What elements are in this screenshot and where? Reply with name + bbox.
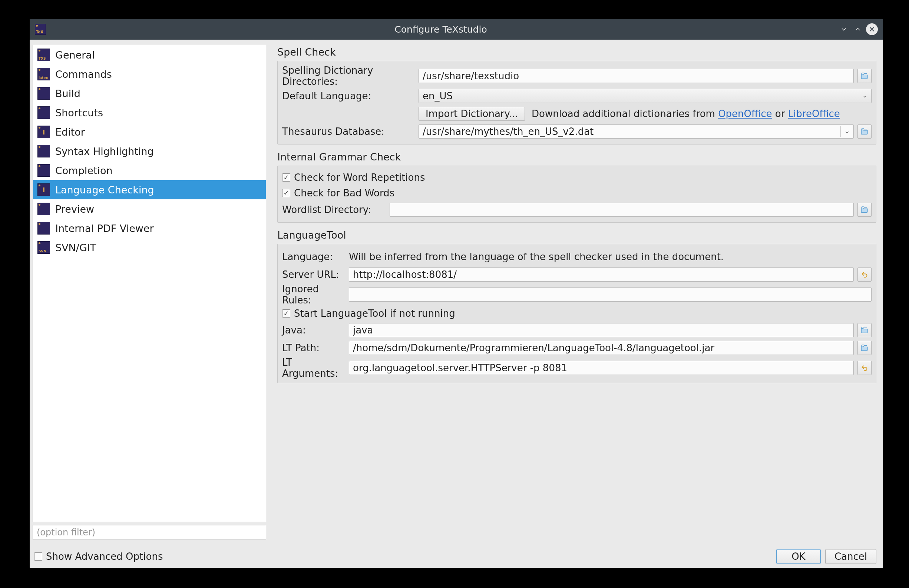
show-advanced-checkbox[interactable] [34,552,42,561]
lt-start-checkbox[interactable] [282,309,290,318]
category-icon [37,107,50,119]
lt-args-label: LT Arguments: [282,357,345,379]
lt-java-browse-button[interactable] [857,323,872,337]
wordlist-dir-label: Wordlist Directory: [282,204,386,215]
section-title-languagetool: LanguageTool [277,229,877,241]
languagetool-group: Language: Will be inferred from the lang… [277,244,877,383]
sidebar-item-svn-git[interactable]: SVN SVN/GIT [33,238,266,257]
default-language-combo[interactable]: en_US [419,89,872,103]
ok-button[interactable]: OK [776,549,821,564]
sidebar-item-preview[interactable]: Preview [33,199,266,219]
sidebar-item-label: Build [55,88,81,99]
category-icon [37,87,50,100]
category-icon [37,145,50,157]
openoffice-link[interactable]: OpenOffice [718,108,772,119]
lt-ignored-label: Ignored Rules: [282,283,345,306]
lt-server-input[interactable] [349,268,854,281]
lt-start-label: Start LanguageTool if not running [294,308,455,319]
word-repetitions-label: Check for Word Repetitions [294,172,425,183]
category-icon: latex [37,68,50,81]
sidebar-item-label: Shortcuts [55,107,103,119]
maximize-button[interactable] [852,23,864,35]
folder-open-icon [860,326,869,334]
sidebar-item-label: Editor [55,126,85,138]
sidebar-item-label: Completion [55,165,113,176]
undo-icon [860,364,869,372]
folder-open-icon [860,128,869,136]
dict-dir-input[interactable] [419,69,854,83]
lt-server-reset-button[interactable] [857,268,872,281]
sidebar-item-completion[interactable]: Completion [33,161,266,180]
bad-words-label: Check for Bad Words [294,187,395,199]
category-icon: I [37,126,50,138]
sidebar-item-label: Preview [55,204,94,215]
section-title-grammar: Internal Grammar Check [277,151,877,163]
sidebar-item-label: General [55,49,95,61]
sidebar-item-shortcuts[interactable]: Shortcuts [33,103,266,122]
libreoffice-link[interactable]: LibreOffice [788,108,840,119]
minimize-button[interactable] [838,23,850,35]
app-icon [35,24,46,35]
cancel-button[interactable]: Cancel [825,549,877,564]
chevron-down-icon [844,126,850,137]
titlebar: Configure TeXstudio [30,19,883,40]
bad-words-checkbox[interactable] [282,189,290,197]
window-title: Configure TeXstudio [46,24,836,35]
combo-value: en_US [423,90,453,102]
sidebar-area: TXS General latex Commands Build Shortcu… [30,40,266,545]
sidebar-item-label: Commands [55,69,112,80]
show-advanced-label: Show Advanced Options [46,551,163,562]
section-title-spell-check: Spell Check [277,46,877,58]
settings-content: Spell Check Spelling Dictionary Director… [266,40,883,545]
sidebar-item-general[interactable]: TXS General [33,45,266,65]
category-icon: SVN [37,241,50,254]
category-icon [37,222,50,234]
category-icon [37,203,50,215]
lt-language-label: Language: [282,251,345,262]
sidebar-item-label: Syntax Highlighting [55,145,154,157]
combo-value: /usr/share/mythes/th_en_US_v2.dat [423,126,594,137]
close-icon [868,26,876,33]
sidebar-item-label: Language Checking [55,184,154,195]
chevron-down-icon [862,90,867,102]
dict-dir-browse-button[interactable] [857,69,872,83]
lt-path-input[interactable] [349,341,854,355]
folder-open-icon [860,72,869,80]
lt-args-input[interactable] [349,361,854,375]
option-filter-input[interactable] [32,525,266,540]
sidebar-item-editor[interactable]: I Editor [33,122,266,142]
lt-java-label: Java: [282,325,345,336]
wordlist-browse-button[interactable] [857,203,872,217]
default-language-label: Default Language: [282,90,415,102]
lt-java-input[interactable] [349,323,854,337]
folder-open-icon [860,206,869,214]
category-icon: I [37,183,50,196]
sidebar-item-syntax-highlighting[interactable]: Syntax Highlighting [33,142,266,161]
sidebar-item-language-checking[interactable]: I Language Checking [33,180,266,199]
thesaurus-combo[interactable]: /usr/share/mythes/th_en_US_v2.dat [419,124,854,139]
sidebar-item-build[interactable]: Build [33,84,266,103]
category-list[interactable]: TXS General latex Commands Build Shortcu… [32,45,266,522]
folder-open-icon [860,344,869,352]
thesaurus-browse-button[interactable] [857,124,872,139]
close-button[interactable] [866,23,878,35]
sidebar-item-internal-pdf-viewer[interactable]: Internal PDF Viewer [33,219,266,238]
sidebar-item-commands[interactable]: latex Commands [33,65,266,84]
dialog-footer: Show Advanced Options OK Cancel [30,545,883,568]
word-repetitions-checkbox[interactable] [282,173,290,181]
sidebar-item-label: SVN/GIT [55,242,96,254]
import-dictionary-button[interactable]: Import Dictionary... [419,107,525,121]
lt-server-label: Server URL: [282,269,345,280]
category-icon [37,164,50,177]
thesaurus-label: Thesaurus Database: [282,126,415,137]
lt-path-browse-button[interactable] [857,341,872,355]
sidebar-item-label: Internal PDF Viewer [55,223,154,234]
category-icon: TXS [37,48,50,61]
undo-icon [860,270,869,279]
lt-ignored-input[interactable] [349,288,872,302]
lt-args-reset-button[interactable] [857,361,872,375]
configure-dialog: Configure TeXstudio TXS General latex Co… [30,19,883,568]
wordlist-dir-input[interactable] [390,203,854,217]
grammar-group: Check for Word Repetitions Check for Bad… [277,166,877,223]
chevron-up-icon [854,26,862,33]
